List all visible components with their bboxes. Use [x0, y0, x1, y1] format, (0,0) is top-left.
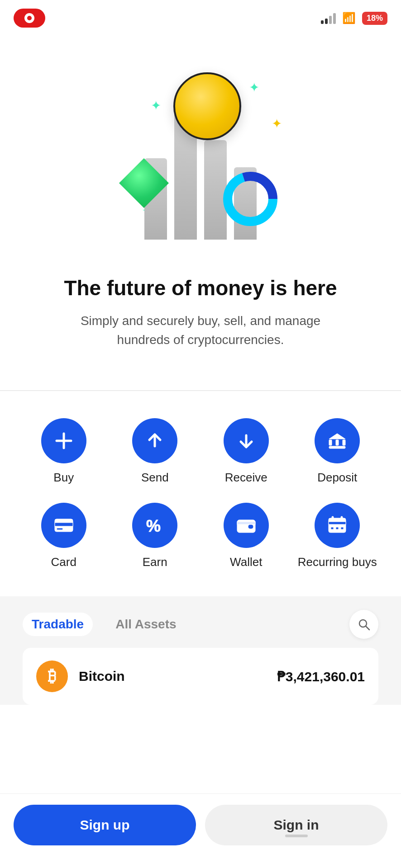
tabs-row: Tradable All Assets: [23, 596, 378, 648]
status-bar: 📶 18%: [0, 0, 401, 36]
earn-circle: %: [132, 503, 177, 548]
svg-text:%: %: [146, 517, 161, 535]
action-earn[interactable]: % Earn: [114, 503, 196, 569]
svg-rect-22: [331, 527, 334, 529]
receive-label: Receive: [225, 471, 267, 485]
action-buy[interactable]: Buy: [23, 418, 105, 485]
search-icon: [357, 617, 371, 632]
svg-rect-16: [248, 524, 253, 529]
sparkle-icon-2: ✦: [249, 81, 259, 94]
action-deposit[interactable]: Deposit: [296, 418, 379, 485]
svg-rect-13: [57, 528, 63, 530]
svg-rect-6: [329, 446, 345, 448]
recurring-circle: [315, 503, 360, 548]
record-button[interactable]: [14, 9, 45, 28]
action-send[interactable]: Send: [114, 418, 196, 485]
deposit-label: Deposit: [317, 471, 357, 485]
signal-bars: [321, 12, 336, 24]
action-card[interactable]: Card: [23, 503, 105, 569]
action-recurring[interactable]: Recurring buys: [296, 503, 379, 569]
percent-icon: %: [144, 514, 166, 536]
asset-left: ₿ Bitcoin: [36, 660, 125, 692]
send-circle: [132, 418, 177, 463]
card-label: Card: [51, 555, 76, 569]
action-wallet[interactable]: Wallet: [205, 503, 287, 569]
hero-title: The future of money is here: [64, 276, 337, 301]
svg-line-26: [366, 626, 369, 630]
battery-indicator: 18%: [362, 12, 387, 25]
arrow-down-icon: [235, 430, 257, 452]
status-bar-right: 📶 18%: [321, 12, 387, 25]
assets-section: Tradable All Assets ₿ Bitcoin ₱3,421,360…: [0, 596, 401, 705]
svg-rect-8: [336, 440, 339, 445]
tabs-container: Tradable All Assets: [23, 613, 186, 636]
svg-rect-19: [329, 522, 346, 524]
actions-grid: Buy Send Receive: [23, 418, 378, 569]
search-button[interactable]: [349, 610, 378, 639]
svg-rect-20: [332, 516, 334, 521]
buy-circle: [41, 418, 86, 463]
recurring-label: Recurring buys: [298, 555, 377, 569]
action-receive[interactable]: Receive: [205, 418, 287, 485]
sparkle-icon-3: ✦: [272, 118, 282, 130]
record-dot: [24, 13, 34, 23]
sparkle-icon-1: ✦: [151, 99, 161, 112]
tab-all-assets[interactable]: All Assets: [106, 613, 185, 636]
svg-rect-23: [336, 527, 339, 529]
signup-button[interactable]: Sign up: [14, 805, 196, 845]
hero-subtitle: Simply and securely buy, sell, and manag…: [69, 311, 332, 349]
hero-illustration: ✦ ✦ ✦ ✦: [105, 63, 296, 253]
svg-marker-10: [329, 434, 345, 439]
svg-rect-18: [329, 518, 346, 533]
yellow-coin: [173, 72, 241, 140]
hero-section: ✦ ✦ ✦ ✦ The future of money is here Simp…: [0, 36, 401, 368]
bitcoin-price: ₱3,421,360.01: [277, 669, 365, 684]
deposit-circle: [315, 418, 360, 463]
wallet-label: Wallet: [230, 555, 262, 569]
buy-label: Buy: [53, 471, 74, 485]
blue-donut: [223, 172, 277, 226]
wallet-icon: [235, 514, 257, 536]
svg-rect-17: [237, 522, 255, 524]
svg-rect-12: [55, 523, 73, 526]
bitcoin-name: Bitcoin: [79, 669, 125, 684]
bitcoin-row[interactable]: ₿ Bitcoin ₱3,421,360.01: [23, 648, 378, 705]
earn-label: Earn: [143, 555, 167, 569]
receive-circle: [224, 418, 269, 463]
svg-rect-24: [341, 527, 344, 529]
wallet-circle: [224, 503, 269, 548]
calendar-icon: [326, 514, 348, 536]
svg-rect-7: [329, 440, 332, 445]
actions-section: Buy Send Receive: [0, 391, 401, 596]
plus-icon: [53, 430, 75, 452]
send-label: Send: [141, 471, 169, 485]
arrow-up-icon: [144, 430, 166, 452]
card-circle: [41, 503, 86, 548]
wifi-icon: 📶: [342, 12, 356, 24]
svg-rect-9: [343, 440, 345, 445]
bank-icon: [326, 430, 348, 452]
tab-tradable[interactable]: Tradable: [23, 613, 93, 636]
svg-rect-21: [341, 516, 343, 521]
signin-button[interactable]: Sign in: [205, 805, 387, 845]
bitcoin-icon: ₿: [36, 660, 68, 692]
status-bar-left: [14, 9, 45, 28]
bottom-cta: Sign up Sign in: [0, 793, 401, 868]
card-icon: [53, 514, 75, 536]
